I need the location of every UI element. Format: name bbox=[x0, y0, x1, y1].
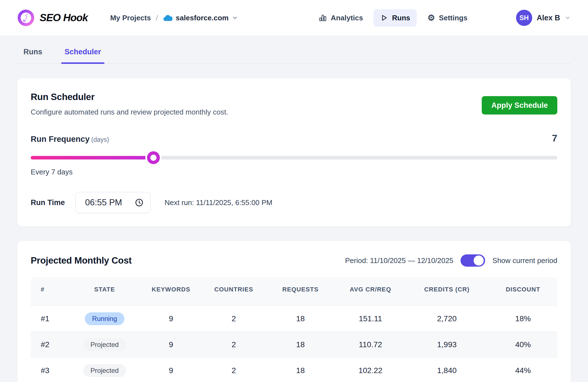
nav-label-analytics: Analytics bbox=[331, 14, 363, 22]
tab-scheduler[interactable]: Scheduler bbox=[61, 43, 105, 64]
run-time-value: 06:55 PM bbox=[85, 198, 122, 208]
table-row: #1 Running 9 2 18 151.11 2,720 18% bbox=[31, 306, 557, 332]
state-badge: Projected bbox=[83, 364, 126, 377]
run-time-label: Run Time bbox=[31, 198, 75, 207]
col-state: STATE bbox=[70, 286, 139, 297]
cloud-icon bbox=[163, 14, 172, 21]
cell-keywords: 9 bbox=[139, 340, 203, 349]
col-num: # bbox=[31, 286, 70, 297]
cell-countries: 2 bbox=[203, 366, 265, 375]
cost-table: # STATE KEYWORDS COUNTRIES REQUESTS AVG … bbox=[31, 277, 557, 382]
frequency-slider[interactable] bbox=[31, 150, 557, 166]
breadcrumb-separator: / bbox=[156, 14, 158, 22]
run-scheduler-card: Run Scheduler Configure automated runs a… bbox=[17, 78, 571, 227]
main-nav: Analytics Runs ⚙︎ Settings bbox=[312, 9, 474, 27]
col-keywords: KEYWORDS bbox=[139, 286, 203, 297]
chevron-down-icon bbox=[232, 15, 238, 21]
col-countries: COUNTRIES bbox=[203, 286, 265, 297]
projected-cost-card: Projected Monthly Cost Period: 11/10/202… bbox=[17, 241, 571, 382]
scheduler-title: Run Scheduler bbox=[31, 92, 228, 102]
nav-label-settings: Settings bbox=[439, 14, 467, 22]
frequency-unit: (days) bbox=[91, 136, 109, 143]
frequency-caption: Every 7 days bbox=[31, 168, 557, 176]
next-run-text: Next run: 11/11/2025, 6:55:00 PM bbox=[165, 198, 272, 207]
tab-bar: Runs Scheduler bbox=[17, 43, 571, 64]
nav-label-runs: Runs bbox=[392, 14, 410, 22]
user-name: Alex B bbox=[537, 14, 560, 22]
table-row: #3 Projected 9 2 18 102.22 1,840 44% bbox=[31, 357, 557, 382]
cell-avg: 151.11 bbox=[336, 314, 405, 323]
cell-credits: 1,993 bbox=[405, 340, 489, 349]
state-badge: Running bbox=[85, 312, 124, 325]
row-num: #3 bbox=[31, 366, 70, 375]
cell-countries: 2 bbox=[203, 314, 265, 323]
run-time-input[interactable]: 06:55 PM bbox=[75, 192, 151, 213]
slider-track bbox=[31, 156, 557, 160]
play-icon bbox=[380, 14, 388, 22]
cell-discount: 18% bbox=[489, 314, 557, 323]
breadcrumb-project-dropdown[interactable]: salesforce.com bbox=[163, 14, 238, 22]
breadcrumb: My Projects / salesforce.com bbox=[110, 14, 238, 22]
slider-thumb[interactable] bbox=[147, 151, 160, 164]
col-requests: REQUESTS bbox=[265, 286, 336, 297]
breadcrumb-project-name: salesforce.com bbox=[176, 14, 228, 22]
col-credits: CREDITS (CR) bbox=[405, 286, 489, 297]
cell-discount: 40% bbox=[489, 340, 557, 349]
cell-requests: 18 bbox=[265, 340, 336, 349]
table-header: # STATE KEYWORDS COUNTRIES REQUESTS AVG … bbox=[31, 277, 557, 306]
col-avg-cr: AVG CR/REQ bbox=[336, 286, 405, 297]
cell-avg: 110.72 bbox=[336, 340, 405, 349]
slider-fill bbox=[31, 156, 153, 160]
app-header: SEO Hook My Projects / salesforce.com bbox=[0, 0, 588, 36]
tab-runs[interactable]: Runs bbox=[20, 43, 46, 64]
frequency-label: Run Frequency(days) bbox=[31, 135, 109, 144]
cell-avg: 102.22 bbox=[336, 366, 405, 375]
row-num: #1 bbox=[31, 314, 70, 323]
scheduler-subtitle: Configure automated runs and review proj… bbox=[31, 108, 228, 116]
logo-text: SEO Hook bbox=[40, 12, 88, 24]
nav-item-settings[interactable]: ⚙︎ Settings bbox=[421, 9, 474, 27]
col-discount: DISCOUNT bbox=[489, 286, 557, 297]
nav-item-runs[interactable]: Runs bbox=[373, 9, 417, 27]
avatar: SH bbox=[516, 10, 532, 26]
breadcrumb-my-projects[interactable]: My Projects bbox=[110, 14, 151, 22]
logo-icon bbox=[17, 9, 35, 26]
cost-title: Projected Monthly Cost bbox=[31, 255, 132, 266]
row-num: #2 bbox=[31, 340, 70, 349]
user-menu[interactable]: SH Alex B bbox=[516, 10, 571, 26]
cell-keywords: 9 bbox=[139, 314, 203, 323]
nav-item-analytics[interactable]: Analytics bbox=[312, 9, 370, 27]
period-text: Period: 11/10/2025 — 12/10/2025 bbox=[345, 256, 453, 265]
table-row: #2 Projected 9 2 18 110.72 1,993 40% bbox=[31, 332, 557, 357]
state-badge: Projected bbox=[83, 338, 126, 351]
page: SEO Hook My Projects / salesforce.com bbox=[0, 0, 588, 382]
chevron-down-icon bbox=[565, 15, 571, 21]
apply-schedule-button[interactable]: Apply Schedule bbox=[482, 96, 557, 115]
show-current-period-toggle[interactable] bbox=[461, 254, 485, 267]
cell-countries: 2 bbox=[203, 340, 265, 349]
cell-discount: 44% bbox=[489, 366, 557, 375]
cell-requests: 18 bbox=[265, 314, 336, 323]
toggle-label: Show current period bbox=[492, 256, 557, 265]
clock-icon bbox=[135, 198, 144, 207]
cell-credits: 2,720 bbox=[405, 314, 489, 323]
gear-icon: ⚙︎ bbox=[427, 14, 435, 22]
toggle-knob bbox=[474, 256, 484, 266]
frequency-value: 7 bbox=[552, 133, 557, 144]
cell-requests: 18 bbox=[265, 366, 336, 375]
table-body: #1 Running 9 2 18 151.11 2,720 18% #2 Pr… bbox=[31, 306, 557, 382]
cell-keywords: 9 bbox=[139, 366, 203, 375]
cell-credits: 1,840 bbox=[405, 366, 489, 375]
logo[interactable]: SEO Hook bbox=[17, 9, 88, 26]
bar-chart-icon bbox=[319, 14, 327, 22]
